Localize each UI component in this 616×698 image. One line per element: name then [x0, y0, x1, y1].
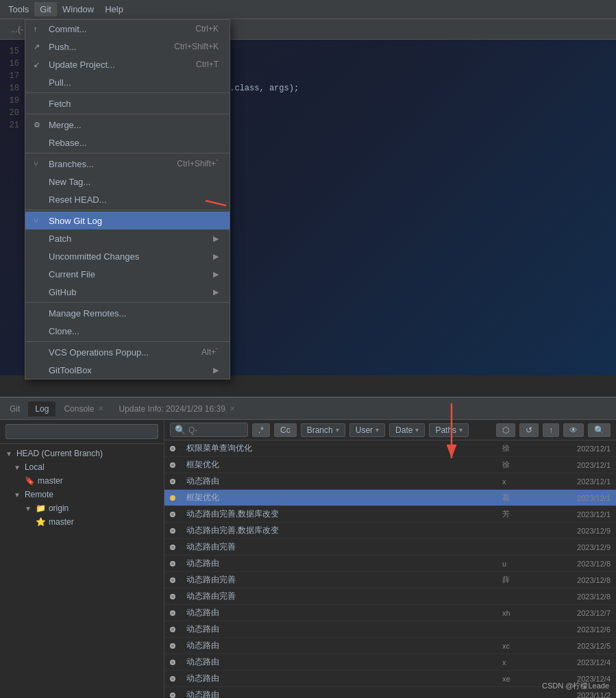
menu-item-manage-remotes[interactable]: Manage Remotes...: [25, 304, 230, 322]
reset-head-label: Reset HEAD...: [49, 195, 219, 205]
log-row[interactable]: 动态路由完善 2023/12/9: [164, 539, 616, 556]
log-dot: [170, 577, 175, 583]
log-row[interactable]: 动态路由 2023/12/6: [164, 621, 616, 638]
tab-update-info[interactable]: Update Info: 2024/1/29 16:39 ✕: [112, 401, 241, 416]
origin-label: origin: [49, 503, 69, 513]
menu-window[interactable]: Window: [57, 2, 99, 16]
tree-master-local[interactable]: 🔖 master: [0, 474, 164, 488]
menu-item-current-file[interactable]: Current File ▶: [25, 265, 230, 283]
bottom-panel: Git Log Console ✕ Update Info: 2024/1/29…: [0, 397, 616, 698]
log-row[interactable]: 权限菜单查询优化 徐 2023/12/1: [164, 440, 616, 457]
log-row[interactable]: 动态路由完善 薛 2023/12/8: [164, 572, 616, 588]
paths-dropdown[interactable]: Paths ▾: [429, 423, 469, 437]
log-message: 动态路由完善,数据库改变: [181, 525, 500, 536]
log-date: 2023/12/8: [554, 593, 616, 601]
log-row[interactable]: 动态路由 xh 2023/12/7: [164, 605, 616, 621]
menu-item-gittoolbox[interactable]: GitToolBox ▶: [25, 361, 230, 379]
eye-btn[interactable]: 👁: [563, 423, 584, 437]
menu-item-commit[interactable]: ↑ Commit... Ctrl+K: [25, 20, 230, 38]
menu-item-update-project[interactable]: ↙ Update Project... Ctrl+T: [25, 55, 230, 73]
panel-body: ▼ HEAD (Current Branch) ▼ Local 🔖 master…: [0, 420, 616, 698]
tree-head[interactable]: ▼ HEAD (Current Branch): [0, 447, 164, 460]
tree-remote[interactable]: ▼ Remote: [0, 488, 164, 501]
case-btn[interactable]: Cc: [274, 423, 297, 437]
menu-git[interactable]: Git: [34, 2, 57, 16]
console-close-btn[interactable]: ✕: [98, 405, 103, 412]
log-row[interactable]: 动态路由完善 2023/12/8: [164, 588, 616, 605]
merge-icon: ⚙: [34, 121, 46, 129]
menu-item-clone[interactable]: Clone...: [25, 322, 230, 340]
user-dropdown[interactable]: User ▾: [349, 423, 385, 437]
log-message: 权限菜单查询优化: [181, 443, 500, 454]
log-author: 徐: [500, 460, 554, 470]
log-date: 2023/11/2: [554, 691, 616, 699]
menu-help[interactable]: Help: [99, 2, 129, 16]
menu-item-new-tag[interactable]: New Tag...: [25, 173, 230, 190]
git-search-input[interactable]: [188, 425, 243, 435]
menu-item-vcs-operations[interactable]: VCS Operations Popup... Alt+`: [25, 343, 230, 361]
log-message: 框架优化: [181, 459, 500, 471]
menu-tools[interactable]: Tools: [3, 2, 34, 16]
menu-item-fetch[interactable]: Fetch: [25, 95, 230, 112]
uncommitted-arrow: ▶: [213, 252, 219, 261]
branch-dropdown[interactable]: Branch ▾: [301, 423, 345, 437]
tab-console[interactable]: Console ✕: [57, 401, 110, 416]
menu-item-show-git-log[interactable]: ⑂ Show Git Log: [25, 212, 230, 229]
menu-item-merge[interactable]: ⚙ Merge...: [25, 116, 230, 134]
patch-arrow: ▶: [213, 234, 219, 243]
log-row[interactable]: 动态路由 u 2023/12/8: [164, 556, 616, 572]
log-dot-col: [164, 627, 181, 632]
merge-label: Merge...: [49, 120, 219, 130]
log-date: 2023/12/7: [554, 609, 616, 617]
log-row[interactable]: 框架优化 葛 2023/12/1: [164, 490, 616, 506]
log-row[interactable]: 动态路由完善,数据库改变 芳 2023/12/1: [164, 506, 616, 523]
folder-icon: 📁: [36, 503, 46, 513]
log-message: 动态路由: [181, 689, 500, 698]
update-info-close-btn[interactable]: ✕: [230, 405, 235, 412]
menu-item-github[interactable]: GitHub ▶: [25, 283, 230, 301]
log-dot-col: [164, 528, 181, 534]
commit-icon: ↑: [34, 25, 46, 33]
manage-remotes-label: Manage Remotes...: [49, 308, 219, 319]
tab-log[interactable]: Log: [28, 401, 56, 416]
log-row[interactable]: 动态路由 x 2023/12/4: [164, 654, 616, 671]
regex-btn[interactable]: .*: [252, 423, 270, 437]
log-row[interactable]: 动态路由 xc 2023/12/5: [164, 638, 616, 654]
menu-item-branches[interactable]: ⑂ Branches... Ctrl+Shift+`: [25, 155, 230, 173]
log-dot-col: [164, 676, 181, 682]
log-row[interactable]: 动态路由完善,数据库改变 2023/12/9: [164, 523, 616, 539]
menu-item-uncommitted-changes[interactable]: Uncommitted Changes ▶: [25, 247, 230, 265]
log-dot: [170, 512, 175, 517]
log-dot-col: [164, 577, 181, 583]
log-row[interactable]: 框架优化 徐 2023/12/1: [164, 457, 616, 473]
git-search-box[interactable]: 🔍: [170, 423, 248, 437]
search-btn[interactable]: 🔍: [588, 423, 611, 437]
up-btn[interactable]: ↑: [543, 423, 559, 437]
tree-master-remote[interactable]: ⭐ master: [0, 515, 164, 529]
log-row[interactable]: 动态路由 x 2023/12/1: [164, 473, 616, 490]
menu-item-pull[interactable]: Pull...: [25, 73, 230, 91]
branches-label: Branches...: [49, 159, 156, 169]
log-dot: [170, 610, 175, 616]
log-message: 动态路由完善: [181, 574, 500, 586]
refresh-btn[interactable]: ↺: [519, 423, 539, 437]
git-sidebar-search-input[interactable]: [5, 424, 158, 439]
log-dot-col: [164, 545, 181, 550]
log-dot: [170, 561, 175, 566]
tree-local[interactable]: ▼ Local: [0, 460, 164, 474]
log-dot: [170, 545, 175, 550]
git-log-table: 权限菜单查询优化 徐 2023/12/1 框架优化 徐 2023/12/1 动态…: [164, 440, 616, 698]
tab-git[interactable]: Git: [3, 401, 27, 416]
menu-item-reset-head[interactable]: Reset HEAD...: [25, 190, 230, 208]
branches-icon: ⑂: [34, 160, 46, 168]
date-dropdown[interactable]: Date ▾: [389, 423, 425, 437]
menu-item-push[interactable]: ↗ Push... Ctrl+Shift+K: [25, 38, 230, 55]
menu-item-rebase[interactable]: Rebase...: [25, 134, 230, 151]
update-shortcut: Ctrl+T: [196, 60, 219, 69]
tree-origin[interactable]: ▼ 📁 origin: [0, 501, 164, 515]
expand-btn[interactable]: ⬡: [496, 423, 515, 437]
divider-1: [25, 92, 230, 93]
menu-item-patch[interactable]: Patch ▶: [25, 229, 230, 247]
log-dot-col: [164, 594, 181, 599]
log-dot-col: [164, 561, 181, 566]
